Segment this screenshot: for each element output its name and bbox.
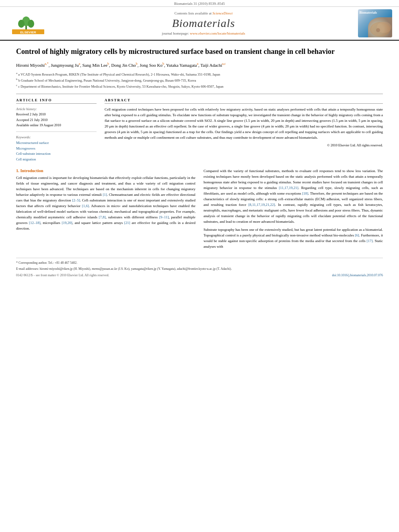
- article-content: Control of highly migratory cells by mic…: [0, 41, 399, 285]
- doi-text[interactable]: doi:10.1016/j.biomaterials.2010.07.076: [332, 273, 383, 277]
- keyword-4[interactable]: Cell migration: [16, 157, 97, 162]
- dates-received: Received 2 July 2010 Accepted 21 July 20…: [16, 112, 97, 128]
- intro-paragraph-right-2: Substrate topography has been one of the…: [204, 227, 383, 250]
- ref-21[interactable]: [21]: [124, 221, 130, 225]
- biomaterials-logo-text: Biomaterials: [360, 11, 377, 14]
- article-info-header: ARTICLE INFO: [16, 98, 97, 104]
- journal-header-center: Contents lists available at ScienceDirec…: [52, 11, 355, 35]
- keyword-1[interactable]: Microstructured surface: [16, 140, 97, 146]
- ref-12-18[interactable]: [12–18]: [29, 221, 41, 225]
- article-footer: * Corresponding author. Tel.: +81 48 467…: [16, 258, 383, 277]
- ref-18[interactable]: [18]: [302, 191, 308, 195]
- corresponding-author-note: * Corresponding author. Tel.: +81 48 467…: [16, 261, 383, 265]
- received-date: Received 2 July 2010: [16, 112, 97, 117]
- sciencedirect-line: Contents lists available at ScienceDirec…: [56, 11, 351, 15]
- authors-line: Hiromi Miyoshia,*, Jungmyoung Jua, Sang …: [16, 62, 383, 69]
- keywords-section: Keywords: Microstructured surface Microg…: [16, 135, 97, 162]
- issn-text: 0142-9612/$ – see front matter © 2010 El…: [16, 273, 109, 277]
- affiliations: a a VCAD System Research Program, RIKEN …: [16, 71, 383, 89]
- copyright-line: © 2010 Elsevier Ltd. All rights reserved…: [105, 143, 383, 147]
- body-two-col: 1. Introduction Cell migration control i…: [16, 168, 383, 252]
- abstract-col: ABSTRACT Cell migration control techniqu…: [105, 98, 383, 162]
- ref-1-6[interactable]: [1,6]: [82, 204, 89, 208]
- body-left-col: 1. Introduction Cell migration control i…: [16, 168, 195, 252]
- sciencedirect-link[interactable]: ScienceDirect: [212, 11, 232, 15]
- keyword-3[interactable]: Cell-substrate interaction: [16, 151, 97, 157]
- svg-point-8: [376, 28, 380, 32]
- abstract-header: ABSTRACT: [105, 98, 383, 104]
- abstract-text: Cell migration control techniques have b…: [105, 107, 383, 141]
- available-date: Available online 19 August 2010: [16, 123, 97, 128]
- ref-2-5[interactable]: [2–5]: [72, 198, 80, 202]
- svg-point-3: [28, 20, 34, 28]
- ref-19-20[interactable]: [19,20]: [62, 221, 72, 225]
- body-section: 1. Introduction Cell migration control i…: [16, 168, 383, 252]
- svg-point-2: [18, 20, 25, 28]
- intro-section-title: 1. Introduction: [16, 168, 195, 173]
- body-right-col: Compared with the variety of functional …: [204, 168, 383, 252]
- ref-6[interactable]: [6]: [355, 233, 359, 237]
- ref-8-11-17[interactable]: [8,11,17,19,21,22]: [248, 203, 275, 207]
- elsevier-logo-icon: ELSEVIER: [10, 12, 46, 35]
- svg-text:ELSEVIER: ELSEVIER: [20, 31, 36, 34]
- citation-bar: Biomaterials 31 (2010) 8539–8545: [0, 0, 399, 7]
- intro-paragraph-1: Cell migration control is important for …: [16, 175, 195, 231]
- accepted-date: Accepted 21 July 2010: [16, 117, 97, 123]
- biomaterials-logo-container: Biomaterials: [355, 9, 395, 37]
- intro-paragraph-right-1: Compared with the variety of functional …: [204, 168, 383, 224]
- affiliation-b: b b Graduate School of Mechanical Engine…: [16, 77, 383, 83]
- ref-9-11[interactable]: [9–11]: [159, 215, 169, 219]
- homepage-url[interactable]: www.elsevier.com/locate/biomaterials: [190, 31, 245, 35]
- info-abstract-section: ARTICLE INFO Article history: Received 2…: [16, 94, 383, 162]
- footer-bottom: 0142-9612/$ – see front matter © 2010 El…: [16, 273, 383, 277]
- history-label: Article history:: [16, 107, 97, 111]
- ref-7-8[interactable]: [7,8]: [99, 215, 106, 219]
- keywords-label: Keywords:: [16, 135, 97, 139]
- ref-17[interactable]: [17]: [366, 239, 372, 243]
- article-title: Control of highly migratory cells by mic…: [16, 47, 383, 57]
- ref-11-17-19-21[interactable]: [11,17,19,21]: [279, 186, 298, 190]
- journal-homepage: journal homepage: www.elsevier.com/locat…: [56, 31, 351, 35]
- affiliation-c: c c Department of Biomechanics, Institut…: [16, 83, 383, 89]
- email-footnote: E-mail addresses: hiromi-miyoshi@riken.j…: [16, 267, 383, 271]
- biomaterials-logo-icon: Biomaterials: [358, 9, 392, 37]
- elsevier-logo-container: ELSEVIER: [4, 12, 52, 35]
- article-info-col: ARTICLE INFO Article history: Received 2…: [16, 98, 97, 162]
- citation-text: Biomaterials 31 (2010) 8539–8545: [174, 2, 225, 6]
- journal-header: ELSEVIER Contents lists available at Sci…: [0, 7, 399, 41]
- affiliation-a: a a VCAD System Research Program, RIKEN …: [16, 71, 383, 77]
- journal-name: Biomaterials: [56, 17, 351, 30]
- article-page: Biomaterials 31 (2010) 8539–8545 ELSEVIE…: [0, 0, 399, 532]
- keyword-2[interactable]: Microgrooves: [16, 146, 97, 152]
- ref-1[interactable]: [1]: [103, 193, 107, 197]
